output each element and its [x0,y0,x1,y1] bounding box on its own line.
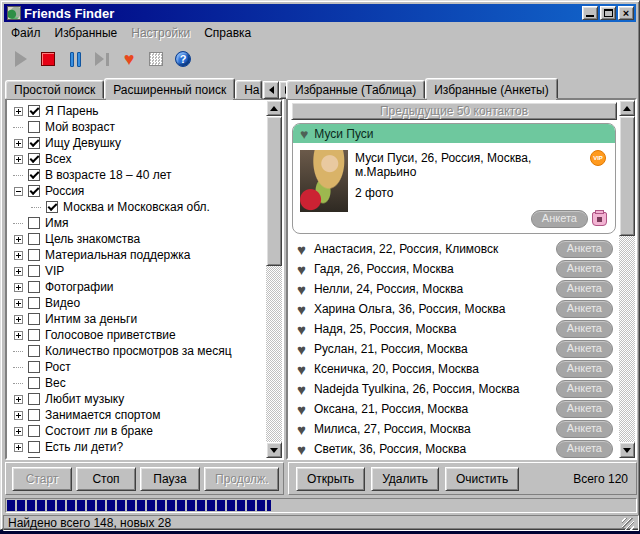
contact-row[interactable]: ♥ Харина Ольга, 36, Россия, Москва Анкет… [291,299,617,319]
scrollbar-thumb[interactable] [266,116,282,266]
expand-toggle[interactable] [14,107,23,116]
contact-row[interactable]: ♥ Надя, 25, Россия, Москва Анкета [291,319,617,339]
tree-item[interactable]: Интим за деньги [11,311,266,327]
checkbox[interactable] [28,329,40,341]
menu-item-favorites[interactable]: Избранные [48,24,125,42]
expand-toggle[interactable] [14,235,23,244]
tab-На[interactable]: На [235,80,262,99]
checkbox[interactable] [28,217,40,229]
menu-item-file[interactable]: Файл [4,24,48,42]
tree-item[interactable]: VIP [11,263,266,279]
profile-button[interactable]: Анкета [556,360,613,378]
stop-button[interactable]: Стоп [76,467,136,491]
close-button[interactable]: × [618,6,634,20]
tree-item[interactable]: Ищу Девушку [11,135,266,151]
checkbox[interactable] [28,185,40,197]
menu-item-settings[interactable]: Настройки [124,24,197,42]
minimize-button[interactable] [582,6,598,20]
resize-grip[interactable] [622,518,634,530]
tree-item[interactable]: Цель знакомства [11,231,266,247]
open-button[interactable]: Открыть [296,467,365,491]
scroll-up-button[interactable] [619,100,635,116]
checkbox[interactable] [28,153,40,165]
checkbox[interactable] [28,345,40,357]
scroll-down-button[interactable] [266,442,282,458]
tree-item[interactable]: Видео [11,295,266,311]
tree-item[interactable]: Есть ли дети? [11,439,266,455]
tree-item[interactable]: Всех [11,151,266,167]
menu-item-help[interactable]: Справка [197,24,258,42]
profile-button[interactable]: Анкета [531,210,588,228]
scrollbar-thumb[interactable] [619,116,635,236]
checkbox[interactable] [28,313,40,325]
stop-button[interactable] [35,47,61,71]
checkbox[interactable] [28,281,40,293]
expand-toggle[interactable] [14,251,23,260]
tree-item[interactable]: Вес [11,375,266,391]
profile-button[interactable]: Анкета [556,420,613,438]
tree-item[interactable]: Голосовое приветствие [11,327,266,343]
tab-scroll-left-button[interactable] [263,81,279,99]
pause-button[interactable] [62,47,88,71]
start-button[interactable] [8,47,34,71]
favorites-button[interactable]: ♥ [116,47,142,71]
previous-contacts-button[interactable]: Предыдущие 50 контактов [291,102,617,120]
tree-item[interactable]: Количество просмотров за месяц [11,343,266,359]
tab-Избранные (Анкеты)[interactable]: Избранные (Анкеты) [425,78,558,99]
clear-button[interactable]: Очистить [445,467,519,491]
checkbox[interactable] [28,233,40,245]
help-button[interactable]: ? [170,47,196,71]
profile-button[interactable]: Анкета [556,380,613,398]
expand-toggle[interactable] [14,267,23,276]
tab-Простой поиск[interactable]: Простой поиск [5,80,104,99]
scroll-up-button[interactable] [266,100,282,116]
profile-button[interactable]: Анкета [556,300,613,318]
checkbox[interactable] [28,137,40,149]
tree-item[interactable]: Россия [11,183,266,199]
profile-button[interactable]: Анкета [556,240,613,258]
tree-item[interactable]: Москва и Московская обл. [11,199,266,215]
tree-item[interactable] [11,455,266,458]
profile-button[interactable]: Анкета [556,400,613,418]
checkbox[interactable] [46,201,58,213]
expand-toggle[interactable] [14,299,23,308]
tree-item[interactable]: Материальная поддержка [11,247,266,263]
expand-toggle[interactable] [14,315,23,324]
contact-row[interactable]: ♥ Светик, 36, Россия, Москва Анкета [291,439,617,458]
scroll-down-button[interactable] [619,442,635,458]
contact-row[interactable]: ♥ Ксеничка, 20, Россия, Москва Анкета [291,359,617,379]
checkbox[interactable] [28,425,40,437]
contact-row[interactable]: ♥ Нелли, 24, Россия, Москва Анкета [291,279,617,299]
expand-toggle[interactable] [14,443,23,452]
expand-toggle[interactable] [14,187,23,196]
tree-item[interactable]: В возрасте 18 – 40 лет [11,167,266,183]
checkbox[interactable] [28,393,40,405]
expand-toggle[interactable] [14,395,23,404]
checkbox[interactable] [28,409,40,421]
profile-button[interactable]: Анкета [556,340,613,358]
tree-item[interactable]: Имя [11,215,266,231]
checkbox[interactable] [28,361,40,373]
tab-Избранные (Таблица)[interactable]: Избранные (Таблица) [286,80,425,99]
profile-photo[interactable] [300,150,348,212]
profile-button[interactable]: Анкета [556,320,613,338]
delete-contact-icon[interactable] [592,212,607,226]
contact-row[interactable]: ♥ Руслан, 21, Россия, Москва Анкета [291,339,617,359]
tree-item[interactable]: Я Парень [11,103,266,119]
resume-button[interactable] [89,47,115,71]
start-button[interactable]: Старт [12,467,72,491]
checkbox[interactable] [28,169,40,181]
resume-button[interactable]: Продолж. [204,467,279,491]
profile-button[interactable]: Анкета [556,260,613,278]
tree-item[interactable]: Состоит ли в браке [11,423,266,439]
expand-toggle[interactable] [14,139,23,148]
pause-button[interactable]: Пауза [140,467,200,491]
checkbox[interactable] [28,441,40,453]
filter-button[interactable] [143,47,169,71]
checkbox[interactable] [28,265,40,277]
contact-row[interactable]: ♥ Гадя, 26, Россия, Москва Анкета [291,259,617,279]
checkbox[interactable] [28,297,40,309]
tree-item[interactable]: Любит музыку [11,391,266,407]
contact-row[interactable]: ♥ Анастасия, 22, Россия, Климовск Анкета [291,239,617,259]
expand-toggle[interactable] [14,331,23,340]
